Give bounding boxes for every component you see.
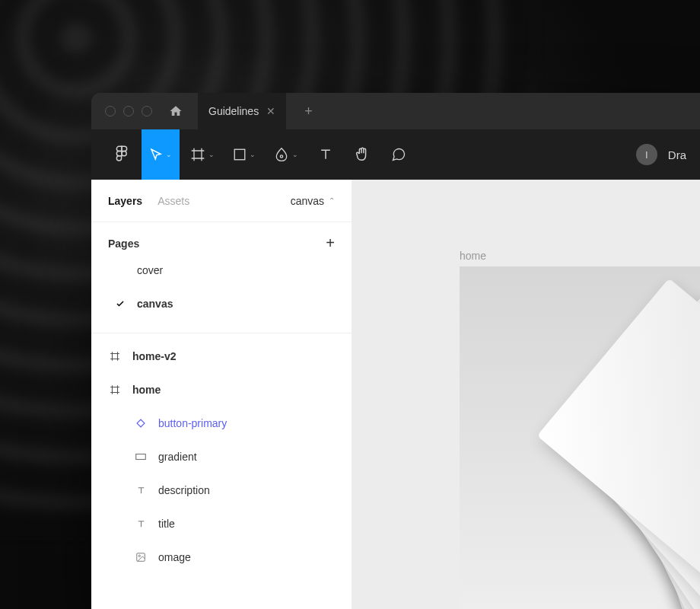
layer-label: home-v2 bbox=[132, 350, 177, 362]
pages-header-label: Pages bbox=[108, 238, 139, 250]
layer-label: home bbox=[132, 384, 161, 396]
layer-item-title[interactable]: title bbox=[91, 507, 352, 540]
tab-close-icon[interactable]: ✕ bbox=[266, 106, 275, 116]
canvas-area[interactable]: home bbox=[352, 180, 700, 609]
image-icon bbox=[134, 550, 148, 564]
layer-item-omage[interactable]: omage bbox=[91, 540, 352, 574]
traffic-light-minimize[interactable] bbox=[123, 106, 134, 116]
tab-file-label: Guidelines bbox=[208, 105, 259, 117]
figma-menu-button[interactable] bbox=[105, 129, 138, 180]
component-icon bbox=[134, 416, 148, 430]
svg-point-0 bbox=[122, 151, 126, 156]
pages-section: Pages + cover canvas bbox=[91, 222, 352, 333]
layer-label: description bbox=[158, 484, 210, 496]
frame-home[interactable] bbox=[460, 266, 700, 609]
chevron-down-icon: ⌄ bbox=[250, 151, 256, 158]
comment-tool-button[interactable] bbox=[382, 129, 415, 180]
text-icon bbox=[134, 483, 148, 497]
page-dropdown[interactable]: canvas ⌃ bbox=[291, 195, 335, 207]
layer-item-gradient[interactable]: gradient bbox=[91, 440, 352, 473]
home-icon[interactable] bbox=[169, 104, 183, 118]
checkmark-icon bbox=[114, 299, 126, 308]
page-item-label: cover bbox=[137, 264, 163, 276]
page-dropdown-label: canvas bbox=[291, 195, 324, 207]
avatar[interactable]: I bbox=[636, 144, 657, 165]
svg-rect-1 bbox=[234, 149, 245, 160]
layer-item-home[interactable]: home bbox=[91, 373, 352, 407]
layer-item-description[interactable]: description bbox=[91, 473, 352, 507]
toolbar: ⌄ ⌄ ⌄ ⌄ I Dra bbox=[91, 129, 700, 180]
layer-item-home-v2[interactable]: home-v2 bbox=[91, 340, 352, 373]
left-sidebar: Layers Assets canvas ⌃ Pages + cover bbox=[91, 180, 352, 609]
chevron-up-icon: ⌃ bbox=[329, 196, 335, 205]
hand-tool-button[interactable] bbox=[345, 129, 379, 180]
traffic-light-zoom[interactable] bbox=[142, 106, 152, 116]
layers-section: home-v2 home button-primary bbox=[91, 333, 352, 580]
text-tool-button[interactable] bbox=[309, 129, 342, 180]
rectangle-icon bbox=[134, 450, 148, 464]
file-title-trunc: Dra bbox=[668, 148, 686, 161]
page-item-label: canvas bbox=[137, 298, 173, 310]
layer-label: omage bbox=[158, 551, 191, 563]
toolbar-right: I Dra bbox=[636, 144, 686, 165]
layer-item-button-primary[interactable]: button-primary bbox=[91, 407, 352, 440]
avatar-initial: I bbox=[645, 149, 648, 161]
tab-bar: Guidelines ✕ + bbox=[91, 93, 700, 129]
svg-point-2 bbox=[280, 155, 282, 158]
svg-rect-3 bbox=[137, 419, 145, 427]
frame-icon bbox=[108, 349, 122, 363]
frame-label[interactable]: home bbox=[460, 250, 486, 262]
app-window: Guidelines ✕ + ⌄ ⌄ ⌄ bbox=[91, 93, 700, 609]
chevron-down-icon: ⌄ bbox=[166, 151, 172, 158]
page-item-canvas[interactable]: canvas bbox=[108, 289, 335, 319]
layer-label: button-primary bbox=[158, 417, 227, 429]
add-page-button[interactable]: + bbox=[326, 234, 335, 252]
tab-file[interactable]: Guidelines ✕ bbox=[198, 93, 286, 129]
page-item-cover[interactable]: cover bbox=[108, 255, 335, 285]
text-icon bbox=[134, 517, 148, 531]
layer-label: gradient bbox=[158, 451, 197, 463]
chevron-down-icon: ⌄ bbox=[292, 151, 298, 158]
svg-point-6 bbox=[138, 555, 140, 556]
main-area: Layers Assets canvas ⌃ Pages + cover bbox=[91, 180, 700, 609]
pen-tool-button[interactable]: ⌄ bbox=[266, 129, 306, 180]
frame-tool-button[interactable]: ⌄ bbox=[183, 129, 222, 180]
tab-assets[interactable]: Assets bbox=[158, 195, 189, 207]
chevron-down-icon: ⌄ bbox=[208, 151, 215, 158]
traffic-light-close[interactable] bbox=[105, 106, 116, 116]
sidebar-tabs: Layers Assets canvas ⌃ bbox=[91, 180, 352, 222]
shape-tool-button[interactable]: ⌄ bbox=[225, 129, 263, 180]
tab-add-button[interactable]: + bbox=[294, 104, 323, 120]
svg-rect-4 bbox=[136, 454, 146, 460]
canvas-sheet bbox=[537, 279, 700, 598]
pages-header: Pages + bbox=[108, 234, 335, 252]
move-tool-button[interactable]: ⌄ bbox=[142, 129, 180, 180]
frame-icon bbox=[108, 383, 122, 397]
layer-label: title bbox=[158, 518, 175, 530]
tab-layers[interactable]: Layers bbox=[108, 195, 142, 207]
